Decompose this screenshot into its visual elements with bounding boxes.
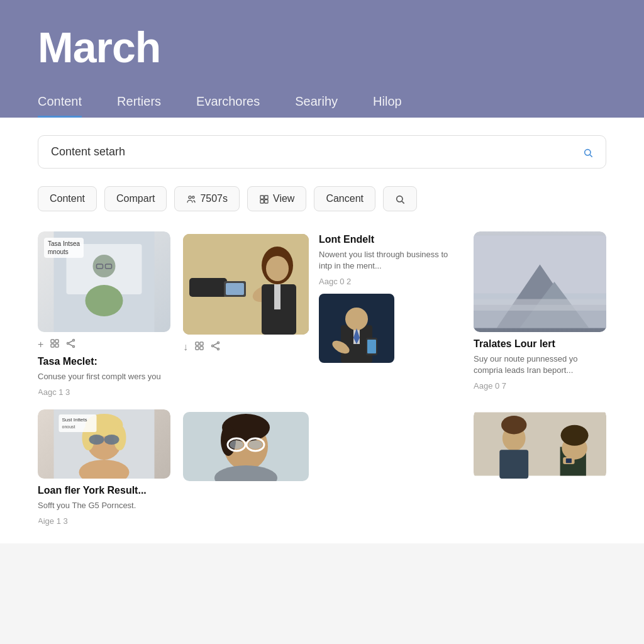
svg-rect-87 (566, 458, 572, 463)
view-icon (259, 193, 269, 204)
search-input[interactable] (51, 145, 583, 158)
svg-line-43 (214, 347, 218, 348)
svg-text:Sust Inttets: Sust Inttets (62, 417, 87, 423)
svg-rect-4 (260, 196, 264, 199)
svg-point-20 (73, 340, 75, 341)
filter-cancent[interactable]: Cancent (314, 186, 375, 211)
card-3-desc: Suy our noute punnessed yo compria leads… (474, 353, 606, 376)
down-icon[interactable]: ↓ (183, 341, 188, 353)
svg-rect-19 (55, 344, 58, 347)
tab-searihy[interactable]: Searihy (277, 87, 355, 118)
card-1: Tasa Intseamnouts + (38, 231, 170, 397)
search-bar (38, 135, 606, 169)
card-4-title: Loan fler York Result... (38, 485, 170, 496)
card-2-actions: ↓ (183, 341, 309, 353)
svg-rect-16 (51, 340, 54, 343)
svg-line-1 (590, 155, 592, 157)
svg-point-22 (73, 346, 75, 348)
page-title: March (38, 23, 606, 72)
svg-point-63 (89, 435, 104, 445)
share2-icon[interactable] (211, 341, 221, 353)
nav-tabs: Content Rertiers Evarchores Searihy Hilo… (38, 87, 606, 118)
svg-point-0 (585, 149, 591, 155)
filter-row: Content Compart 7507s (38, 186, 606, 211)
main-content: Content Compart 7507s (0, 118, 644, 543)
card-2-image (183, 234, 309, 335)
svg-point-2 (189, 196, 191, 199)
svg-point-77 (248, 440, 262, 449)
card-2-meta: Aagc 0 2 (319, 277, 461, 286)
tab-content[interactable]: Content (38, 87, 99, 118)
search-button[interactable] (583, 145, 593, 159)
svg-point-21 (67, 343, 69, 345)
svg-rect-29 (226, 283, 244, 295)
card-3-meta: Aage 0 7 (474, 381, 606, 391)
card-1-image: Tasa Intseamnouts (38, 231, 170, 332)
svg-rect-38 (200, 347, 203, 350)
card-6-bottom (474, 409, 606, 526)
card-1-actions: + (38, 338, 170, 351)
svg-line-24 (69, 344, 73, 346)
svg-point-3 (192, 196, 194, 198)
card-4-bottom: Sust Inttets onoust Loan fler York Resul… (38, 409, 170, 526)
svg-point-81 (501, 416, 526, 434)
content-grid: Tasa Intseamnouts + (38, 231, 606, 526)
card-1-title: Tasa Meclet: (38, 356, 170, 367)
svg-rect-35 (196, 342, 199, 345)
filter-content[interactable]: Content (38, 186, 97, 211)
share-icon[interactable] (66, 338, 76, 351)
svg-rect-17 (55, 340, 58, 343)
search-chip-icon (395, 193, 405, 204)
svg-point-13 (86, 285, 123, 316)
svg-rect-82 (499, 450, 528, 479)
svg-rect-34 (274, 284, 280, 309)
svg-rect-50 (367, 340, 376, 353)
card-3: Tralates Lour lert Suy our noute punness… (474, 231, 606, 397)
svg-point-39 (218, 342, 219, 344)
card-2-title: Lont Endelt (319, 234, 461, 245)
svg-point-8 (397, 196, 402, 202)
svg-line-23 (69, 341, 73, 343)
svg-rect-57 (474, 299, 606, 311)
filter-compart[interactable]: Compart (104, 186, 167, 211)
card-4-image: Sust Inttets onoust (38, 409, 170, 479)
svg-point-76 (230, 440, 243, 449)
svg-line-9 (402, 201, 404, 204)
svg-line-42 (214, 343, 218, 345)
svg-rect-5 (265, 196, 268, 199)
card-3-title: Tralates Lour lert (474, 338, 606, 350)
people-icon (186, 193, 196, 204)
svg-rect-6 (260, 200, 264, 203)
svg-point-40 (212, 345, 214, 347)
svg-rect-18 (51, 344, 54, 347)
card-2: ↓ (183, 231, 461, 397)
filter-search-chip[interactable] (383, 186, 417, 211)
tab-hilop[interactable]: Hilop (355, 87, 419, 118)
svg-point-85 (561, 425, 589, 446)
card-3-image (474, 231, 606, 332)
grid2-icon[interactable] (194, 341, 204, 353)
svg-rect-27 (189, 278, 227, 297)
card-2-info: Lont Endelt Nowent you list through busi… (319, 234, 461, 365)
card-1-meta: Aagc 1 3 (38, 387, 170, 397)
svg-point-32 (266, 256, 289, 281)
svg-point-64 (104, 435, 119, 445)
header: March Content Rertiers Evarchores Searih… (0, 0, 644, 118)
svg-rect-37 (196, 347, 199, 350)
filter-7507s[interactable]: 7507s (174, 186, 240, 211)
card-4-meta: Aige 1 3 (38, 516, 170, 526)
tab-rertiers[interactable]: Rertiers (99, 87, 179, 118)
card-5-bottom (183, 409, 461, 526)
tab-evarchores[interactable]: Evarchores (179, 87, 277, 118)
svg-rect-7 (265, 200, 268, 203)
card-2-desc: Nowent you list through business to intp… (319, 249, 461, 272)
grid-icon[interactable] (50, 338, 60, 351)
card-4-desc: Sofft you The G5 Porncest. (38, 500, 170, 511)
svg-point-41 (218, 348, 219, 350)
filter-view[interactable]: View (247, 186, 306, 211)
svg-rect-36 (200, 342, 203, 345)
svg-point-47 (345, 308, 368, 330)
svg-text:onoust: onoust (62, 425, 75, 429)
add-icon[interactable]: + (38, 339, 43, 350)
card-1-desc: Conuse your first complt wers you (38, 371, 170, 382)
